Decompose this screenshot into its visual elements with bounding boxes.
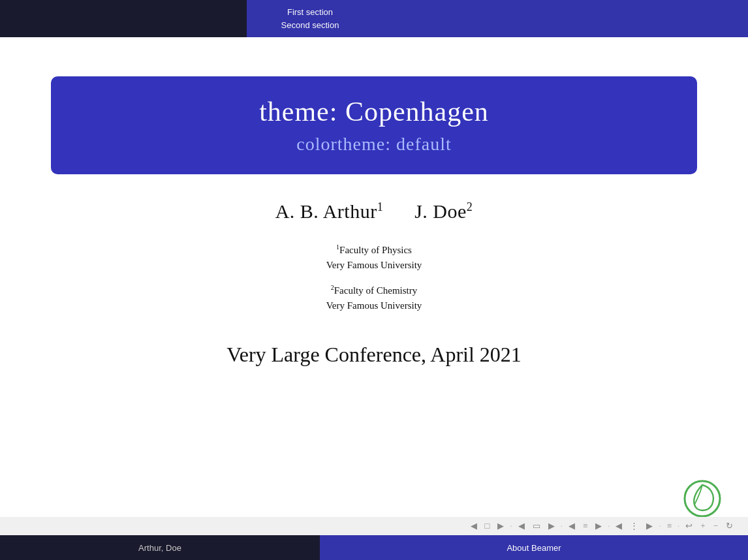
affiliation2-name: Faculty of Chemistry: [334, 285, 418, 296]
author1-sup: 1: [377, 200, 384, 213]
affiliation1: 1Faculty of Physics Very Famous Universi…: [326, 242, 422, 272]
navigation-controls: ◀ □ ▶ · ◀ ▭ ▶ · ◀ ≡ ▶ · ◀ ⋮ ▶ · ≡ · ↩ + …: [0, 517, 748, 535]
nav-next-btn3[interactable]: ▶: [593, 520, 604, 532]
affiliations-block: 1Faculty of Physics Very Famous Universi…: [326, 242, 422, 323]
footer-topic-text: About Beamer: [506, 543, 561, 553]
affiliation1-name: Faculty of Physics: [339, 245, 412, 255]
overleaf-logo-icon: [683, 479, 722, 518]
conference-text: Very Large Conference, April 2021: [226, 343, 522, 367]
nav-zoom-minus[interactable]: −: [711, 520, 720, 532]
nav-next-btn4[interactable]: ▶: [644, 520, 655, 532]
slide-main-content: theme: Copenhagen colortheme: default A.…: [0, 37, 748, 535]
authors-line: A. B. Arthur1 J. Doe2: [275, 200, 473, 223]
top-bar-right-fill: [373, 0, 748, 37]
author2-name: J. Doe: [414, 200, 467, 222]
slide-subtitle: colortheme: default: [77, 134, 671, 155]
nav-next-btn2[interactable]: ▶: [546, 520, 557, 532]
bottom-bar: Arthur, Doe About Beamer: [0, 535, 748, 560]
bottom-right-panel: About Beamer: [320, 535, 748, 560]
nav-zoom-plus[interactable]: +: [698, 520, 707, 532]
ctrl-sep4: ·: [659, 521, 661, 531]
nav-lines-icon[interactable]: ⋮: [628, 520, 640, 532]
nav-prev-btn3[interactable]: ◀: [567, 520, 577, 532]
slide-title: theme: Copenhagen: [77, 96, 671, 127]
affiliation1-uni: Very Famous University: [326, 260, 422, 270]
nav-second-section[interactable]: Second section: [281, 19, 339, 32]
ctrl-sep2: ·: [561, 521, 563, 531]
affiliation2: 2Faculty of Chemistry Very Famous Univer…: [326, 283, 422, 313]
affiliation2-uni: Very Famous University: [326, 300, 422, 311]
nav-back-icon[interactable]: ↩: [683, 520, 694, 532]
bottom-left-panel: Arthur, Doe: [0, 535, 320, 560]
footer-author-text: Arthur, Doe: [138, 543, 181, 553]
nav-box-icon[interactable]: □: [483, 520, 492, 532]
author2-sup: 2: [467, 200, 473, 213]
nav-prev-btn2[interactable]: ◀: [516, 520, 527, 532]
nav-prev-btn1[interactable]: ◀: [469, 520, 479, 532]
nav-first-section[interactable]: First section: [287, 6, 333, 19]
ctrl-sep1: ·: [510, 521, 512, 531]
nav-list-icon[interactable]: ≡: [581, 520, 589, 532]
overleaf-logo-area: [683, 479, 722, 521]
nav-next-btn1[interactable]: ▶: [495, 520, 506, 532]
ctrl-sep5: ·: [678, 521, 679, 531]
top-navigation-bar: First section Second section: [0, 0, 748, 37]
title-box: theme: Copenhagen colortheme: default: [51, 76, 697, 174]
top-bar-left-spacer: [0, 0, 247, 37]
nav-prev-btn4[interactable]: ◀: [614, 520, 624, 532]
ctrl-sep3: ·: [608, 521, 610, 531]
nav-frame-icon[interactable]: ▭: [531, 520, 542, 532]
nav-refresh[interactable]: ↻: [724, 520, 735, 532]
section-navigation[interactable]: First section Second section: [247, 0, 373, 37]
nav-align-icon[interactable]: ≡: [665, 520, 674, 532]
author1-name: A. B. Arthur: [275, 200, 377, 222]
